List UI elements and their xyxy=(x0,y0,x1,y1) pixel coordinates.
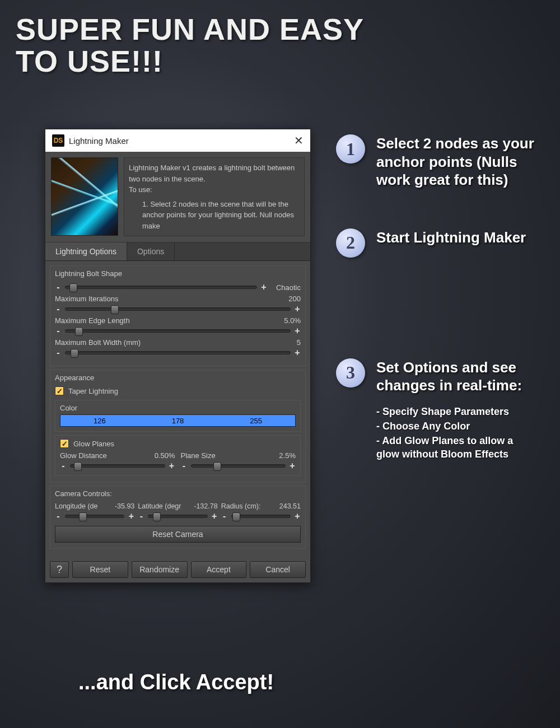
step-1-badge: 1 xyxy=(336,134,365,164)
glow-checkbox[interactable]: ✓ xyxy=(60,439,69,448)
steps-list: 1 Select 2 nodes as your anchor points (… xyxy=(336,134,538,496)
tab-bar: Lightning Options Options xyxy=(45,242,310,261)
chaotic-slider-row: - + Chaotic xyxy=(55,282,301,292)
thumbnail-image xyxy=(51,157,118,236)
color-b: 255 xyxy=(217,417,295,425)
plane-size-slider[interactable] xyxy=(191,464,286,468)
step-3-sub1: - Specify Shape Parameters xyxy=(376,405,538,418)
plane-size-value: 2.5% xyxy=(279,451,296,460)
camera-group-title: Camera Controls: xyxy=(55,489,301,498)
headline: SUPER FUN AND EASY TO USE!!! xyxy=(16,13,364,77)
glow-distance-label: Glow Distance xyxy=(60,451,107,460)
dialog-button-row: ? Reset Randomize Accept Cancel xyxy=(45,557,310,582)
plus-icon[interactable]: + xyxy=(294,304,301,314)
minus-icon[interactable]: - xyxy=(221,511,228,521)
plus-icon[interactable]: + xyxy=(289,461,296,471)
glow-distance-value: 0.50% xyxy=(155,451,175,460)
minus-icon[interactable]: - xyxy=(55,348,62,358)
shape-group: Lightning Bolt Shape - + Chaotic Maximum… xyxy=(50,265,306,366)
step-2-text: Start Lightning Maker xyxy=(376,228,526,258)
cam-longitude-slider[interactable] xyxy=(65,515,124,518)
max-width-label: Maximum Bolt Width (mm) xyxy=(55,338,141,347)
headline-line1: SUPER FUN AND EASY xyxy=(16,12,364,46)
minus-icon[interactable]: - xyxy=(55,304,62,314)
info-line2: To use: xyxy=(129,185,152,194)
max-width-slider[interactable] xyxy=(65,351,291,354)
minus-icon[interactable]: - xyxy=(138,511,144,521)
headline-line2: TO USE!!! xyxy=(16,44,163,78)
step-3-sub3: - Add Glow Planes to allow a glow withou… xyxy=(376,434,538,461)
footer-text: ...and Click Accept! xyxy=(78,670,274,694)
cancel-button[interactable]: Cancel xyxy=(250,561,306,578)
step-1-text: Select 2 nodes as your anchor points (Nu… xyxy=(376,134,538,189)
titlebar[interactable]: DS Lightning Maker ✕ xyxy=(45,129,310,152)
taper-label: Taper Lightning xyxy=(68,387,118,395)
step-1: 1 Select 2 nodes as your anchor points (… xyxy=(336,134,538,189)
plus-icon[interactable]: + xyxy=(294,348,301,358)
cam-longitude-value: -35.93 xyxy=(115,502,134,510)
app-icon: DS xyxy=(52,134,64,147)
glow-distance-slider[interactable] xyxy=(70,464,165,468)
lightning-maker-dialog: DS Lightning Maker ✕ Lightning Maker v1 … xyxy=(45,129,311,583)
camera-group: Camera Controls: Longitude (de -35.93 - … xyxy=(50,486,306,549)
minus-icon[interactable]: - xyxy=(181,461,188,471)
step-3-text: Set Options and see changes in real-time… xyxy=(376,358,538,395)
plus-icon[interactable]: + xyxy=(128,511,134,521)
minus-icon[interactable]: - xyxy=(60,461,67,471)
cam-latitude-slider[interactable] xyxy=(148,515,207,518)
color-g: 178 xyxy=(139,417,217,425)
reset-camera-button[interactable]: Reset Camera xyxy=(55,526,301,543)
glow-label: Glow Planes xyxy=(73,440,114,448)
max-edge-slider[interactable] xyxy=(65,329,291,333)
max-iterations-label: Maximum Iterations xyxy=(55,295,118,303)
cam-radius-value: 243.51 xyxy=(279,502,301,510)
step-3-sub2: - Choose Any Color xyxy=(376,419,538,433)
plane-size-label: Plane Size xyxy=(181,451,216,460)
minus-icon[interactable]: - xyxy=(55,511,62,521)
max-iterations-slider[interactable] xyxy=(65,307,291,311)
cam-radius-label: Radius (cm): xyxy=(221,502,261,510)
info-step1: 1. Select 2 nodes in the scene that will… xyxy=(129,199,300,232)
help-button[interactable]: ? xyxy=(50,561,69,578)
glow-group: ✓ Glow Planes Glow Distance 0.50% - + xyxy=(55,435,301,476)
minus-icon[interactable]: - xyxy=(55,326,62,336)
cam-latitude-value: -132.78 xyxy=(194,502,217,510)
plus-icon[interactable]: + xyxy=(294,511,301,521)
cam-radius-slider[interactable] xyxy=(231,515,291,518)
step-2-badge: 2 xyxy=(336,228,365,258)
max-width-value: 5 xyxy=(297,338,301,347)
randomize-button[interactable]: Randomize xyxy=(132,561,188,578)
info-line1: Lightning Maker v1 creates a lightning b… xyxy=(129,164,295,183)
cam-latitude-label: Latitude (degr xyxy=(138,502,181,510)
step-3: 3 Set Options and see changes in real-ti… xyxy=(336,358,538,463)
plus-icon[interactable]: + xyxy=(260,282,267,292)
plus-icon[interactable]: + xyxy=(169,461,175,471)
info-section: Lightning Maker v1 creates a lightning b… xyxy=(45,152,310,242)
reset-button[interactable]: Reset xyxy=(72,561,128,578)
accept-button[interactable]: Accept xyxy=(191,561,247,578)
appearance-group-title: Appearance xyxy=(55,374,301,382)
tab-lightning-options[interactable]: Lightning Options xyxy=(45,242,127,260)
info-text: Lightning Maker v1 creates a lightning b… xyxy=(124,157,305,236)
options-panel: Lightning Bolt Shape - + Chaotic Maximum… xyxy=(45,261,310,557)
taper-checkbox[interactable]: ✓ xyxy=(55,386,64,395)
color-group-title: Color xyxy=(60,404,296,412)
color-picker[interactable]: 126 178 255 xyxy=(60,414,296,427)
tab-options[interactable]: Options xyxy=(127,242,175,260)
color-r: 126 xyxy=(60,417,139,425)
shape-group-title: Lightning Bolt Shape xyxy=(55,269,301,278)
chaotic-slider[interactable] xyxy=(65,286,257,289)
color-group: Color 126 178 255 xyxy=(55,400,301,432)
step-2: 2 Start Lightning Maker xyxy=(336,228,538,258)
close-icon[interactable]: ✕ xyxy=(294,134,304,147)
plus-icon[interactable]: + xyxy=(211,511,218,521)
dialog-title: Lightning Maker xyxy=(69,136,294,146)
step-3-sublist: - Specify Shape Parameters - Choose Any … xyxy=(376,405,538,461)
step-3-badge: 3 xyxy=(336,358,365,388)
max-edge-value: 5.0% xyxy=(284,316,301,325)
plus-icon[interactable]: + xyxy=(294,326,301,336)
minus-icon[interactable]: - xyxy=(55,282,62,292)
max-iterations-value: 200 xyxy=(288,295,301,303)
max-edge-label: Maximum Edge Length xyxy=(55,316,130,325)
appearance-group: Appearance ✓ Taper Lightning Color 126 1… xyxy=(50,370,306,482)
